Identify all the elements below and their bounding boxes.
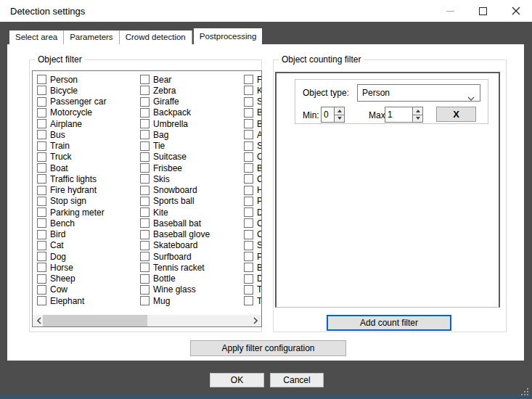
checkbox-baseball-glove[interactable] — [140, 230, 150, 239]
checkbox-train[interactable] — [37, 141, 46, 151]
checkbox-bear[interactable] — [140, 75, 150, 84]
checkbox-mug[interactable] — [140, 296, 150, 305]
checkbox-sandwich[interactable] — [244, 141, 253, 151]
checkbox-sports-ball[interactable] — [140, 197, 150, 206]
resize-grip-icon[interactable] — [521, 388, 530, 397]
checkbox-truck[interactable] — [37, 152, 46, 162]
checkbox-passenger-car[interactable] — [37, 97, 46, 107]
checkbox-bicycle[interactable] — [37, 86, 46, 95]
tab-crowd-detection[interactable]: Crowd detection — [120, 30, 192, 44]
checkbox-elephant[interactable] — [37, 296, 46, 305]
object-type-combobox[interactable]: Person — [357, 84, 480, 102]
checkbox-bed[interactable] — [244, 263, 253, 272]
object-counting-filter-group-label: Object counting filter — [279, 54, 364, 65]
ok-button[interactable]: OK — [210, 373, 264, 387]
cancel-button[interactable]: Cancel — [270, 373, 324, 387]
minimize-button[interactable] — [434, 0, 467, 22]
checkbox-umbrella[interactable] — [140, 119, 150, 128]
checkbox-snowboard[interactable] — [140, 186, 150, 195]
checkbox-motorcycle[interactable] — [37, 108, 46, 118]
close-button[interactable] — [499, 0, 532, 22]
checkbox-kite[interactable] — [140, 207, 150, 217]
checkbox-parking-meter[interactable] — [37, 207, 46, 217]
checkbox-hot-dog[interactable] — [244, 186, 253, 195]
object-filter-item: Hot dog — [244, 186, 262, 195]
checkbox-dog[interactable] — [37, 252, 46, 261]
max-value-input[interactable] — [388, 109, 410, 120]
checkbox-label: Motorcycle — [50, 107, 92, 118]
checkbox-traffic-lights[interactable] — [37, 174, 46, 184]
checkbox-fire-hydrant[interactable] — [37, 186, 46, 195]
checkbox-label: Bottle — [153, 273, 176, 284]
tab-select-area[interactable]: Select area — [9, 30, 64, 44]
checkbox-frisbee[interactable] — [140, 163, 150, 173]
min-decrement-button[interactable] — [335, 115, 344, 123]
scroll-right-button[interactable] — [249, 315, 261, 326]
checkbox-wine-glass[interactable] — [140, 285, 150, 295]
checkbox-backpack[interactable] — [140, 108, 150, 118]
checkbox-skateboard[interactable] — [140, 241, 150, 250]
checkbox-airplane[interactable] — [37, 119, 46, 128]
checkbox-bowl[interactable] — [244, 108, 253, 118]
checkbox-toilet[interactable] — [244, 285, 253, 295]
checkbox-label: Airplane — [50, 119, 82, 129]
checkbox-broccoli[interactable] — [244, 163, 253, 173]
max-decrement-button[interactable] — [413, 115, 422, 123]
object-filter-item: Dog — [37, 252, 66, 261]
checkbox-stop-sign[interactable] — [37, 197, 46, 206]
min-increment-button[interactable] — [335, 107, 344, 115]
checkbox-spoon[interactable] — [244, 97, 253, 107]
checkbox-person[interactable] — [37, 75, 46, 84]
checkbox-baseball-bat[interactable] — [140, 218, 150, 228]
checkbox-fork[interactable] — [244, 75, 253, 84]
checkbox-bottle[interactable] — [140, 274, 150, 284]
checkbox-skis[interactable] — [140, 174, 150, 184]
checkbox-apple[interactable] — [244, 130, 253, 139]
scrollbar-thumb[interactable] — [43, 315, 147, 326]
checkbox-bench[interactable] — [37, 218, 46, 228]
checkbox-bag[interactable] — [140, 130, 150, 139]
checkbox-zebra[interactable] — [140, 86, 150, 95]
maximize-button[interactable] — [467, 0, 499, 22]
titlebar: Detection settings — [0, 0, 532, 22]
checkbox-boat[interactable] — [37, 163, 46, 173]
tab-parameters[interactable]: Parameters — [64, 30, 119, 44]
checkbox-horse[interactable] — [37, 263, 46, 272]
checkbox-pizza[interactable] — [244, 197, 253, 206]
checkbox-surfboard[interactable] — [140, 252, 150, 261]
checkbox-suitcase[interactable] — [140, 152, 150, 162]
checkbox-label: Spoon — [257, 96, 262, 107]
object-filter-item: Donut — [244, 207, 262, 217]
checkbox-tie[interactable] — [140, 141, 150, 151]
checkbox-label: Broccoli — [257, 163, 262, 173]
checkbox-giraffe[interactable] — [140, 97, 150, 107]
checkbox-bus[interactable] — [37, 130, 46, 139]
checkbox-chair[interactable] — [244, 230, 253, 239]
checkbox-banana[interactable] — [244, 119, 253, 128]
checkbox-potted-plant[interactable] — [244, 252, 253, 261]
checkbox-cow[interactable] — [37, 285, 46, 295]
checkbox-tv[interactable] — [244, 296, 253, 305]
horizontal-scrollbar[interactable] — [33, 315, 261, 326]
checkbox-orange[interactable] — [244, 152, 253, 162]
checkbox-knife[interactable] — [244, 86, 253, 95]
checkbox-dining-table[interactable] — [244, 274, 253, 284]
checkbox-bird[interactable] — [37, 230, 46, 239]
checkbox-cat[interactable] — [37, 241, 46, 250]
min-value-input[interactable] — [324, 109, 332, 120]
max-increment-button[interactable] — [413, 107, 422, 115]
add-count-filter-button[interactable]: Add count filter — [327, 315, 451, 331]
checkbox-sheep[interactable] — [37, 274, 46, 284]
remove-count-filter-button[interactable]: X — [436, 107, 476, 122]
object-filter-item: Person — [37, 75, 78, 84]
checkbox-label: Sofa — [257, 240, 262, 250]
checkbox-sofa[interactable] — [244, 241, 253, 250]
checkbox-cake[interactable] — [244, 218, 253, 228]
checkbox-carrot[interactable] — [244, 174, 253, 184]
checkbox-donut[interactable] — [244, 207, 253, 217]
object-filter-item: Parking meter — [37, 207, 105, 217]
object-filter-item: Cake — [244, 218, 262, 228]
apply-filter-configuration-button[interactable]: Apply filter configuration — [190, 340, 346, 356]
checkbox-tennis-racket[interactable] — [140, 263, 150, 272]
tab-postprocessing[interactable]: Postprocessing — [194, 28, 263, 45]
